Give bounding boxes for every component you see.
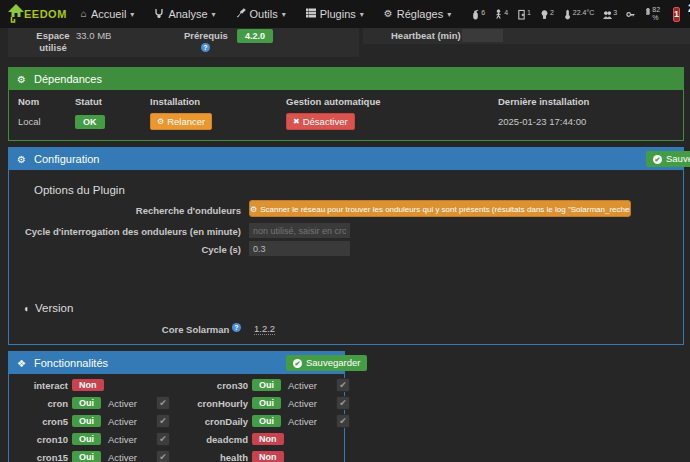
feature-badge-cell: Non — [252, 433, 284, 445]
save-configuration-button[interactable]: ✔ Sauvegarder — [646, 151, 690, 167]
feature-status-badge[interactable]: Oui — [252, 397, 281, 409]
relaunch-button[interactable]: ⚙Relancer — [150, 113, 212, 130]
col-derniere: Dernière installation — [498, 90, 683, 111]
gear-icon: ⚙ — [17, 74, 26, 85]
security-icon[interactable] — [626, 9, 636, 20]
menu-plugins[interactable]: Plugins ▾ — [306, 8, 364, 20]
version-icon: ◖ — [23, 303, 29, 314]
top-navbar: EEDOM ⌂ Accueil ▾ Analyse ▾ Outils ▾ Plu… — [0, 0, 690, 28]
scan-button-label: Scanner le réseau pour trouver les ondul… — [260, 205, 631, 214]
feature-checkbox[interactable]: ✔ — [156, 396, 170, 410]
feature-status-badge[interactable]: Oui — [72, 451, 101, 462]
menu-label: Plugins — [320, 8, 356, 20]
check-circle-icon: ✔ — [293, 359, 302, 368]
menu-analyse[interactable]: Analyse ▾ — [154, 8, 215, 20]
status-value: 1 — [527, 9, 531, 17]
extinguisher-icon[interactable]: 6 — [471, 9, 485, 20]
status-value: 22.4°C — [573, 9, 594, 17]
save-label: Sauvegarder — [666, 151, 690, 167]
feature-label: health — [186, 452, 248, 462]
version-title: Version — [35, 302, 73, 314]
status-value: 2 — [550, 9, 554, 17]
save-label: Sauvegarder — [306, 355, 360, 371]
jeedom-logo[interactable]: EEDOM — [6, 3, 67, 25]
door-icon[interactable]: 1 — [517, 9, 531, 20]
feature-status-badge[interactable]: Oui — [72, 433, 101, 445]
feature-checkbox[interactable]: ✔ — [156, 432, 170, 446]
dep-name: Local — [9, 111, 75, 132]
feature-status-badge[interactable]: Oui — [72, 397, 101, 409]
feature-checkbox[interactable]: ✔ — [156, 414, 170, 428]
feature-status-badge[interactable]: Oui — [72, 415, 101, 427]
feature-activer-label: Activer — [108, 416, 152, 427]
status-value: 82 % — [652, 6, 663, 22]
prereq-label: Prérequis — [184, 30, 228, 41]
feature-label: deadcmd — [186, 434, 248, 445]
presence-icon[interactable]: 3 — [603, 9, 617, 20]
core-label-text: Core Solarman — [162, 324, 230, 335]
feature-activer-label: Activer — [108, 452, 152, 462]
menu-reglages[interactable]: ⚙ Réglages ▾ — [384, 8, 451, 20]
col-nom: Nom — [9, 90, 75, 111]
feature-check-cell: ✔ — [156, 450, 182, 462]
temperature-icon[interactable]: 22.4°C — [563, 9, 594, 20]
menu-outils[interactable]: Outils ▾ — [236, 8, 286, 20]
dependencies-title: Dépendances — [34, 73, 102, 85]
plugin-options-title: Options du Plugin — [34, 184, 125, 196]
cycle-minute-label: Cycle d'interrogation des onduleurs (en … — [9, 226, 241, 237]
status-value: 6 — [481, 9, 485, 17]
feature-check-cell: ✔ — [336, 414, 362, 428]
cycle-s-input[interactable] — [249, 241, 350, 256]
configuration-panel: ⚙ Configuration ✔ Sauvegarder Options du… — [8, 147, 684, 345]
feature-activer-label: Activer — [288, 398, 332, 409]
menu-accueil[interactable]: ⌂ Accueil ▾ — [81, 8, 135, 20]
menu-label: Analyse — [168, 8, 207, 20]
feature-status-badge[interactable]: Oui — [252, 415, 281, 427]
feature-checkbox[interactable]: ✔ — [336, 414, 350, 428]
motion-icon[interactable]: 4 — [494, 9, 508, 20]
menu-label: Accueil — [91, 8, 126, 20]
feature-status-badge[interactable]: Non — [72, 379, 104, 391]
heartbeat-input[interactable] — [462, 29, 503, 42]
save-features-button[interactable]: ✔ Sauvegarder — [286, 355, 367, 371]
feature-status-badge[interactable]: Non — [252, 451, 284, 462]
help-icon[interactable]: ? — [232, 323, 241, 332]
jeedom-house-icon — [6, 3, 26, 25]
light-icon[interactable]: 2 — [540, 9, 554, 20]
close-icon: ✖ — [293, 117, 300, 126]
core-solarman-label: Core Solarman ? — [9, 323, 241, 335]
feature-activer-label: Activer — [108, 398, 152, 409]
logo-text: EEDOM — [24, 8, 67, 20]
puzzle-icon: ❖ — [17, 358, 26, 369]
feature-checkbox[interactable]: ✔ — [336, 396, 350, 410]
feature-checkbox[interactable]: ✔ — [156, 450, 170, 462]
scan-network-button[interactable]: ⚙Scanner le réseau pour trouver les ondu… — [249, 200, 631, 217]
feature-badge-cell: Oui — [252, 397, 284, 409]
feature-label: cron5 — [18, 416, 68, 427]
feature-badge-cell: Non — [252, 451, 284, 462]
feature-activer-label: Activer — [108, 434, 152, 445]
feature-badge-cell: Oui — [72, 451, 104, 462]
feature-checkbox[interactable]: ✔ — [336, 378, 350, 392]
battery-icon[interactable]: 82 % — [645, 6, 663, 22]
feature-status-badge[interactable]: Non — [252, 433, 284, 445]
core-version-text: 1.2.2 — [254, 323, 275, 335]
feature-badge-cell: Oui — [72, 415, 104, 427]
cycle-minute-input[interactable] — [249, 223, 350, 238]
feature-label: cron30 — [186, 380, 248, 391]
check-circle-icon: ✔ — [653, 155, 662, 164]
feature-label: cron10 — [18, 434, 68, 445]
disable-auto-button[interactable]: ✖Désactiver — [286, 113, 355, 130]
gears-icon: ⚙ — [250, 205, 257, 214]
disable-label: Désactiver — [303, 116, 348, 127]
caret-down-icon: ▾ — [360, 10, 364, 19]
help-icon[interactable]: ? — [201, 43, 210, 52]
features-title: Fonctionnalités — [34, 357, 108, 369]
features-panel: ❖ Fonctionnalités ✔ Sauvegarder interact… — [8, 351, 345, 462]
feature-status-badge[interactable]: Oui — [252, 379, 281, 391]
feature-badge-cell: Oui — [252, 379, 284, 391]
feature-check-cell: ✔ — [336, 396, 362, 410]
feature-activer-label: Activer — [288, 416, 332, 427]
features-grid: interactNoncron30OuiActiver✔cronOuiActiv… — [9, 374, 344, 462]
message-count-badge[interactable]: 1 — [673, 7, 680, 22]
